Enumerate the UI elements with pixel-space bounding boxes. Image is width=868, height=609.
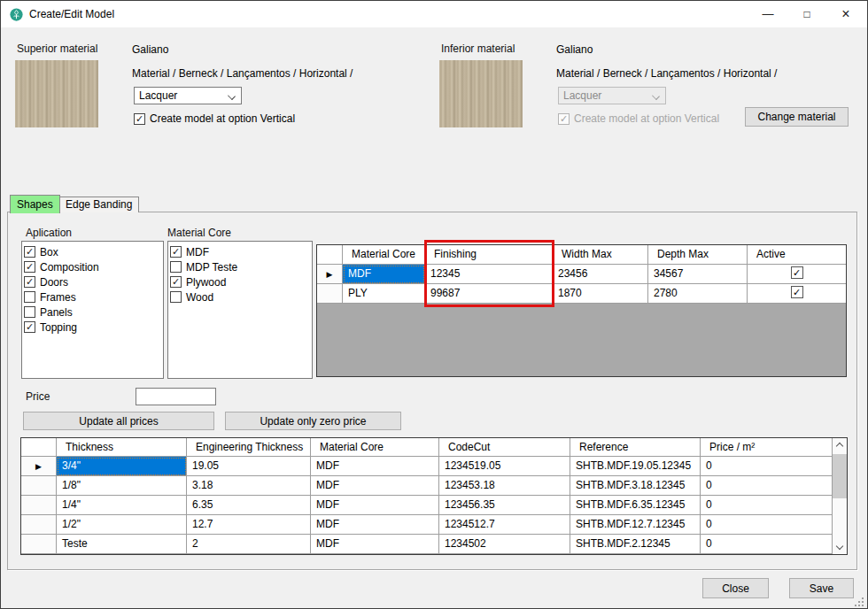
active-checkbox[interactable]: ✓ [791, 286, 803, 298]
close-button[interactable]: Close [702, 578, 769, 598]
cell-material-core[interactable]: MDF [343, 265, 425, 284]
cell-finishing[interactable]: 99687 [425, 284, 553, 304]
tab-edge-banding[interactable]: Edge Banding [58, 197, 139, 212]
cell-reference[interactable]: SHTB.MDF.12.7.12345 [570, 515, 701, 535]
cell-reference[interactable]: SHTB.MDF.2.12345 [570, 535, 701, 554]
cell-engineering-thickness[interactable]: 19.05 [187, 457, 311, 476]
minimize-button[interactable]: — [748, 1, 787, 27]
list-item-plywood[interactable]: ✓Plywood [170, 274, 310, 289]
cell-material-core[interactable]: PLY [343, 284, 425, 304]
scroll-thumb[interactable] [833, 454, 847, 498]
scroll-down-button[interactable] [833, 539, 848, 554]
superior-material-label: Superior material [17, 42, 97, 55]
cell-engineering-thickness[interactable]: 2 [187, 535, 311, 554]
update-only-zero-price-button[interactable]: Update only zero price [225, 412, 401, 430]
column-header-material-core[interactable]: Material Core [311, 438, 439, 457]
checkbox-check-icon [24, 291, 35, 303]
active-checkbox[interactable]: ✓ [791, 266, 803, 279]
column-header-thickness[interactable]: Thickness [57, 438, 187, 457]
scroll-up-button[interactable] [833, 438, 848, 453]
material-core-label: Material Core [167, 227, 231, 239]
update-all-prices-button[interactable]: Update all prices [23, 412, 214, 430]
cell-engineering-thickness[interactable]: 6.35 [187, 496, 311, 515]
cell-codecut[interactable]: 123453.18 [439, 476, 570, 496]
cell-reference[interactable]: SHTB.MDF.6.35.12345 [570, 496, 701, 515]
cell-material-core[interactable]: MDF [311, 496, 439, 515]
resize-grip[interactable] [855, 597, 856, 599]
superior-finish-select[interactable]: Lacquer [134, 87, 242, 104]
price-label: Price [26, 390, 50, 403]
cell-codecut[interactable]: 123456.35 [439, 496, 570, 515]
change-material-button[interactable]: Change material [745, 107, 849, 127]
list-item-box[interactable]: ✓Box [24, 244, 161, 259]
cell-thickness[interactable]: 1/8" [57, 476, 187, 496]
cell-price-m2[interactable]: 0 [701, 515, 832, 535]
column-header-width-max[interactable]: Width Max [553, 245, 648, 265]
cell-material-core[interactable]: MDF [311, 476, 439, 496]
cell-thickness[interactable]: 3/4" [57, 457, 187, 476]
cell-codecut[interactable]: 1234512.7 [439, 515, 570, 535]
maximize-button[interactable]: □ [787, 1, 826, 27]
cell-depth-max[interactable]: 2780 [648, 284, 748, 304]
column-header-engineering-thickness[interactable]: Engineering Thickness [187, 438, 311, 457]
row-selector[interactable] [21, 535, 57, 554]
save-button[interactable]: Save [789, 578, 854, 598]
cell-engineering-thickness[interactable]: 12.7 [187, 515, 311, 535]
row-selector[interactable] [21, 496, 57, 515]
cell-price-m2[interactable]: 0 [701, 535, 832, 554]
cell-material-core[interactable]: MDF [311, 457, 439, 476]
inferior-finish-value: Lacquer [563, 89, 601, 102]
cell-width-max[interactable]: 1870 [553, 284, 648, 304]
column-header-depth-max[interactable]: Depth Max [648, 245, 748, 265]
cell-thickness[interactable]: 1/2" [57, 515, 187, 535]
price-input[interactable] [136, 388, 216, 405]
list-item-label: Wood [186, 291, 213, 304]
vertical-scrollbar[interactable] [832, 438, 847, 554]
cell-width-max[interactable]: 23456 [553, 265, 648, 284]
cell-thickness[interactable]: 1/4" [57, 496, 187, 515]
cell-engineering-thickness[interactable]: 3.18 [187, 476, 311, 496]
checkbox-check-icon: ✓ [558, 113, 570, 125]
tab-shapes[interactable]: Shapes [10, 195, 60, 213]
cell-price-m2[interactable]: 0 [701, 457, 832, 476]
cell-active[interactable]: ✓ [748, 284, 846, 304]
titlebar-close-button[interactable]: × [826, 1, 865, 27]
cell-thickness[interactable]: Teste [57, 535, 187, 554]
cell-codecut[interactable]: 1234502 [439, 535, 570, 554]
column-header-price-m2[interactable]: Price / m² [701, 438, 832, 457]
list-item-wood[interactable]: Wood [170, 289, 310, 304]
cell-depth-max[interactable]: 34567 [648, 265, 748, 284]
list-item-frames[interactable]: Frames [24, 289, 161, 304]
column-header-finishing[interactable]: Finishing [425, 245, 553, 265]
superior-vertical-option-checkbox[interactable]: ✓ Create model at option Vertical [134, 112, 295, 125]
cell-reference[interactable]: SHTB.MDF.3.18.12345 [570, 476, 701, 496]
list-item-mdf[interactable]: ✓MDF [170, 244, 310, 259]
row-selector[interactable] [317, 284, 343, 304]
list-item-label: Box [40, 246, 58, 258]
list-item-doors[interactable]: ✓Doors [24, 274, 161, 289]
row-selector[interactable]: ▶ [21, 457, 57, 476]
column-header-active[interactable]: Active [748, 245, 846, 265]
cell-codecut[interactable]: 1234519.05 [439, 457, 570, 476]
cell-material-core[interactable]: MDF [311, 515, 439, 535]
column-header-codecut[interactable]: CodeCut [439, 438, 570, 457]
row-selector[interactable] [21, 515, 57, 535]
chevron-down-icon [228, 92, 236, 100]
cell-price-m2[interactable]: 0 [701, 496, 832, 515]
cell-reference[interactable]: SHTB.MDF.19.05.12345 [570, 457, 701, 476]
application-listbox: ✓Box ✓Composition ✓Doors Frames Panels ✓… [21, 241, 164, 379]
row-selector[interactable] [21, 476, 57, 496]
list-item-label: Panels [40, 306, 73, 319]
cell-material-core[interactable]: MDF [311, 535, 439, 554]
list-item-topping[interactable]: ✓Topping [24, 320, 161, 335]
cell-price-m2[interactable]: 0 [701, 476, 832, 496]
list-item-composition[interactable]: ✓Composition [24, 259, 161, 274]
list-item-panels[interactable]: Panels [24, 304, 161, 320]
column-header-reference[interactable]: Reference [570, 438, 701, 457]
cell-active[interactable]: ✓ [748, 265, 846, 284]
cell-finishing[interactable]: 12345 [425, 265, 553, 284]
application-label: Aplication [26, 227, 72, 239]
row-selector[interactable]: ▶ [317, 265, 343, 284]
column-header-material-core[interactable]: Material Core [343, 245, 425, 265]
list-item-mdp-teste[interactable]: MDP Teste [170, 259, 310, 274]
